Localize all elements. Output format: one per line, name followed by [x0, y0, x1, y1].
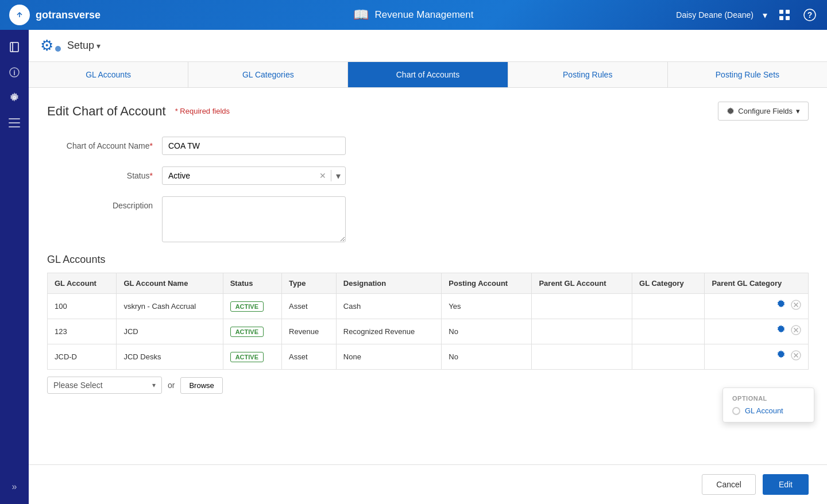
description-label: Description [47, 196, 162, 210]
setup-bar: ⚙ Setup ▾ [29, 30, 827, 62]
col-gl-account-name: GL Account Name [117, 273, 223, 294]
col-designation: Designation [336, 273, 442, 294]
configure-dropdown-icon: ▾ [796, 107, 800, 115]
please-select-dropdown[interactable]: Please Select ▾ [47, 377, 162, 394]
gl-accounts-section: GL Accounts GL Account GL Account Name S… [47, 254, 809, 394]
cell-designation: Recognized Revenue [336, 319, 442, 344]
cell-gl-category [632, 319, 705, 344]
module-name: Revenue Management [374, 9, 473, 21]
cancel-button[interactable]: Cancel [702, 474, 756, 495]
status-row: Status* Active ✕ ▾ [47, 166, 809, 185]
description-input[interactable] [162, 196, 346, 242]
cell-gl-account: 123 [48, 319, 117, 344]
setup-gears-small-icon [53, 44, 63, 53]
please-select-arrow-icon: ▾ [152, 381, 156, 389]
popup-gl-account-item[interactable]: GL Account [732, 406, 805, 415]
coa-name-input[interactable] [162, 137, 346, 155]
form-header: Edit Chart of Account * Required fields … [47, 102, 809, 121]
col-parent-gl-category: Parent GL Category [705, 273, 809, 294]
module-icon: 📖 [353, 7, 369, 22]
table-row: 100 vskryn - Cash Accrual ACTIVE Asset C… [48, 294, 809, 319]
svg-point-14 [55, 46, 61, 52]
cell-type: Asset [282, 294, 337, 319]
main-content: ⚙ Setup ▾ GL Accounts GL Categories Char… [29, 30, 827, 504]
col-posting-account: Posting Account [442, 273, 532, 294]
setup-gears-icon: ⚙ [40, 37, 53, 55]
logo-icon[interactable] [9, 5, 30, 25]
col-type: Type [282, 273, 337, 294]
cell-gl-category [632, 294, 705, 319]
top-header: gotransverse 📖 Revenue Management Daisy … [0, 0, 827, 30]
edit-button[interactable]: Edit [763, 474, 809, 495]
tab-posting-rule-sets[interactable]: Posting Rule Sets [668, 62, 827, 87]
tab-chart-of-accounts[interactable]: Chart of Accounts [348, 62, 508, 87]
cell-parent-gl-account [532, 294, 632, 319]
cell-posting-account: No [442, 344, 532, 370]
col-gl-category: GL Category [632, 273, 705, 294]
grid-icon[interactable] [776, 7, 793, 23]
coa-name-label: Chart of Account Name* [47, 137, 162, 150]
form-title-group: Edit Chart of Account * Required fields [47, 104, 230, 119]
status-dropdown-arrow[interactable]: ▾ [331, 170, 345, 181]
brand-name: gotransverse [36, 9, 101, 21]
row2-gear-icon[interactable] [776, 325, 786, 338]
help-icon[interactable]: ? [802, 7, 818, 23]
logo-area: gotransverse [9, 5, 279, 25]
tab-gl-categories[interactable]: GL Categories [188, 62, 348, 87]
gl-table-body: 100 vskryn - Cash Accrual ACTIVE Asset C… [48, 294, 809, 370]
tab-posting-rules[interactable]: Posting Rules [508, 62, 668, 87]
sidebar-item-list[interactable] [4, 113, 25, 133]
user-name[interactable]: Daisy Deane (Deane) [676, 10, 753, 20]
row3-actions [712, 350, 801, 363]
gl-table-header: GL Account GL Account Name Status Type D… [48, 273, 809, 294]
row3-gear-icon[interactable] [776, 350, 786, 363]
setup-dropdown-arrow[interactable]: ▾ [96, 41, 101, 51]
tabs-bar: GL Accounts GL Categories Chart of Accou… [29, 62, 827, 88]
svg-rect-12 [9, 122, 20, 123]
status-select[interactable]: Active ✕ ▾ [162, 166, 346, 185]
configure-fields-label: Configure Fields [738, 107, 793, 115]
cell-parent-gl-category: OPTIONAL GL Account [705, 319, 809, 344]
svg-rect-11 [9, 118, 20, 119]
cell-gl-account-name: JCD [117, 319, 223, 344]
cell-posting-account: Yes [442, 294, 532, 319]
description-row: Description [47, 196, 809, 242]
sidebar: i » [0, 30, 29, 504]
row2-remove-icon[interactable] [791, 325, 801, 338]
cell-status: ACTIVE [223, 344, 281, 370]
add-row-controls: Please Select ▾ or Browse [47, 377, 809, 394]
layout: i » ⚙ [0, 30, 827, 504]
svg-rect-1 [779, 10, 783, 14]
sidebar-expand[interactable]: » [4, 476, 25, 497]
cell-status: ACTIVE [223, 319, 281, 344]
svg-rect-4 [786, 16, 790, 20]
configure-fields-button[interactable]: Configure Fields ▾ [718, 102, 809, 121]
or-label: or [168, 381, 175, 390]
browse-button[interactable]: Browse [180, 377, 222, 394]
cell-type: Asset [282, 344, 337, 370]
status-badge: ACTIVE [230, 352, 264, 362]
gl-accounts-table: GL Account GL Account Name Status Type D… [47, 273, 809, 370]
gl-accounts-table-wrapper: GL Account GL Account Name Status Type D… [47, 273, 809, 394]
sidebar-item-settings[interactable] [4, 87, 25, 108]
row1-remove-icon[interactable] [791, 300, 801, 313]
sidebar-item-info[interactable]: i [4, 62, 25, 83]
configure-gear-icon [726, 107, 735, 115]
setup-title[interactable]: Setup ▾ [67, 40, 101, 52]
row3-remove-icon[interactable] [791, 350, 801, 363]
table-row: 123 JCD ACTIVE Revenue Recognized Revenu… [48, 319, 809, 344]
svg-rect-3 [779, 16, 783, 20]
sidebar-item-book[interactable] [4, 37, 25, 57]
form-area: Edit Chart of Account * Required fields … [29, 88, 827, 464]
tab-gl-accounts[interactable]: GL Accounts [29, 62, 188, 87]
status-clear-icon[interactable]: ✕ [315, 171, 331, 180]
cell-parent-gl-account [532, 344, 632, 370]
row1-actions [712, 300, 801, 313]
cell-gl-account-name: JCD Desks [117, 344, 223, 370]
header-right: Daisy Deane (Deane) ▾ ? [548, 7, 818, 23]
user-dropdown-arrow[interactable]: ▾ [763, 10, 767, 21]
please-select-text: Please Select [53, 381, 152, 390]
cell-designation: None [336, 344, 442, 370]
row1-gear-icon[interactable] [776, 300, 786, 313]
col-parent-gl-account: Parent GL Account [532, 273, 632, 294]
